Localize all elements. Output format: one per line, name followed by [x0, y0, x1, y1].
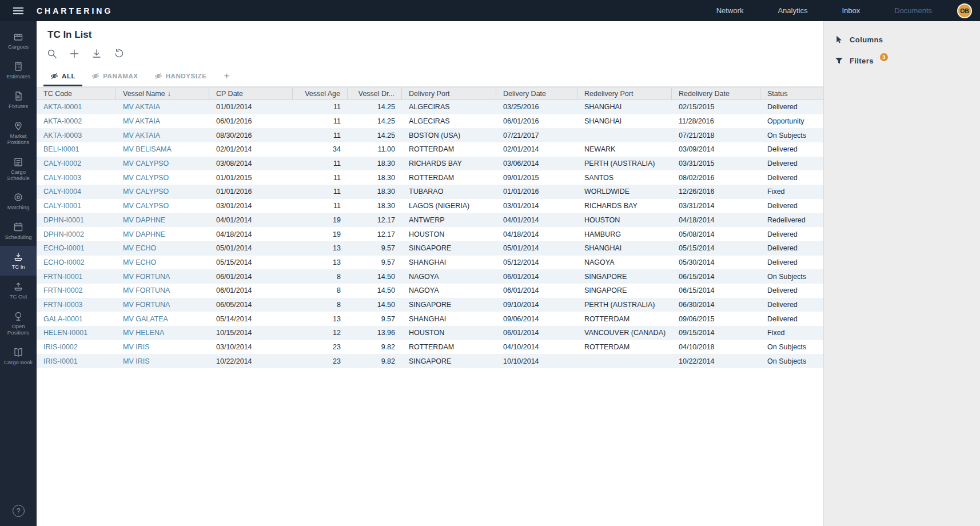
download-button[interactable]	[91, 47, 103, 60]
hamburger-menu-icon[interactable]	[0, 0, 37, 21]
cell-vessel-name[interactable]: MV IRIS	[116, 340, 209, 354]
cell-tc-code[interactable]: CALY-I0002	[37, 157, 116, 171]
cell-vessel-name[interactable]: MV IRIS	[116, 354, 209, 368]
cell-tc-code[interactable]: FRTN-I0002	[37, 284, 116, 298]
cell-tc-code[interactable]: HELEN-I0001	[37, 326, 116, 340]
cell-tc-code[interactable]: IRIS-I0002	[37, 340, 116, 354]
sidebar-item-tc-in[interactable]: TC In	[0, 246, 37, 276]
column-header-tc-code[interactable]: TC Code	[37, 87, 116, 99]
cell-vessel-name[interactable]: MV CALYPSO	[116, 199, 209, 213]
add-tab-button[interactable]: +	[216, 68, 238, 86]
column-header-vessel-draft[interactable]: Vessel Dr...	[348, 87, 402, 99]
column-header-redelivery-date[interactable]: Redelivery Date	[672, 87, 760, 99]
cell-tc-code[interactable]: FRTN-I0001	[37, 269, 116, 284]
table-row[interactable]: AKTA-I0003MV AKTAIA08/30/20161114.25BOST…	[37, 128, 823, 142]
table-row[interactable]: IRIS-I0001MV IRIS10/22/2014239.82SINGAPO…	[37, 354, 823, 368]
sidebar-item-cargo-schedule[interactable]: Cargo Schedule	[0, 151, 37, 187]
sidebar-item-fixtures[interactable]: Fixtures	[0, 85, 37, 115]
cell-tc-code[interactable]: AKTA-I0002	[37, 114, 116, 129]
cell-vessel-name[interactable]: MV HELENA	[116, 326, 209, 340]
top-nav-inbox[interactable]: Inbox	[827, 1, 875, 20]
column-header-vessel-name[interactable]: Vessel Name↓	[116, 87, 209, 99]
table-row[interactable]: ECHO-I0001MV ECHO05/01/2014139.57SINGAPO…	[37, 241, 823, 256]
table-row[interactable]: CALY-I0001MV CALYPSO03/01/20141118.30LAG…	[37, 199, 823, 213]
table-row[interactable]: CALY-I0004MV CALYPSO01/01/20161118.30TUB…	[37, 185, 823, 199]
cell-tc-code[interactable]: CALY-I0003	[37, 170, 116, 185]
table-row[interactable]: DPHN-I0001MV DAPHNE04/01/20141912.17ANTW…	[37, 213, 823, 228]
cell-tc-code[interactable]: CALY-I0004	[37, 185, 116, 199]
sidebar-item-cargoes[interactable]: Cargoes	[0, 26, 37, 55]
table-row[interactable]: BELI-I0001MV BELISAMA02/01/20143411.00RO…	[37, 142, 823, 157]
table-row[interactable]: ECHO-I0002MV ECHO05/15/2014139.57SHANGHA…	[37, 256, 823, 270]
table-row[interactable]: HELEN-I0001MV HELENA10/15/20141213.96HOU…	[37, 326, 823, 340]
cell-tc-code[interactable]: ECHO-I0001	[37, 241, 116, 256]
tab-all[interactable]: ALL	[43, 69, 82, 86]
tab-bar: ALLPANAMAXHANDYSIZE+	[43, 68, 823, 87]
table-row[interactable]: FRTN-I0002MV FORTUNA06/01/2014814.50NAGO…	[37, 284, 823, 298]
top-nav-documents[interactable]: Documents	[879, 1, 947, 20]
cell-tc-code[interactable]: BELI-I0001	[37, 142, 116, 157]
sidebar-item-estimates[interactable]: Estimates	[0, 55, 37, 85]
cell-redelivery-port: HOUSTON	[577, 213, 672, 228]
cell-vessel-name[interactable]: MV ECHO	[116, 256, 209, 270]
column-header-redelivery-port[interactable]: Redelivery Port	[577, 87, 672, 99]
top-nav-analytics[interactable]: Analytics	[763, 1, 822, 20]
table-row[interactable]: GALA-I0001MV GALATEA05/14/2014139.57SHAN…	[37, 312, 823, 326]
filters-panel-button[interactable]: Filters 3	[824, 50, 980, 71]
cell-vessel-name[interactable]: MV AKTAIA	[116, 128, 209, 142]
reset-button[interactable]	[113, 47, 126, 60]
cell-redelivery-date: 02/15/2015	[672, 100, 760, 114]
table-row[interactable]: AKTA-I0002MV AKTAIA06/01/20161114.25ALGE…	[37, 114, 823, 129]
cell-vessel-name[interactable]: MV CALYPSO	[116, 170, 209, 185]
search-button[interactable]	[46, 47, 59, 60]
cell-vessel-name[interactable]: MV CALYPSO	[116, 157, 209, 171]
cell-vessel-name[interactable]: MV BELISAMA	[116, 142, 209, 157]
table-row[interactable]: CALY-I0003MV CALYPSO01/01/20151118.30ROT…	[37, 170, 823, 185]
cell-vessel-name[interactable]: MV AKTAIA	[116, 114, 209, 129]
column-header-cp-date[interactable]: CP Date	[209, 87, 293, 99]
cell-vessel-name[interactable]: MV AKTAIA	[116, 100, 209, 114]
cell-tc-code[interactable]: ECHO-I0002	[37, 256, 116, 270]
cell-vessel-name[interactable]: MV GALATEA	[116, 312, 209, 326]
table-row[interactable]: AKTA-I0001MV AKTAIA01/01/20141114.25ALGE…	[37, 100, 823, 114]
avatar[interactable]: OB	[957, 3, 972, 18]
column-header-delivery-date[interactable]: Delivery Date	[496, 87, 577, 99]
cell-vessel-name[interactable]: MV DAPHNE	[116, 227, 209, 241]
cell-vessel-name[interactable]: MV CALYPSO	[116, 185, 209, 199]
table-row[interactable]: IRIS-I0002MV IRIS03/10/2014239.82ROTTERD…	[37, 340, 823, 354]
sidebar-item-cargo-book[interactable]: Cargo Book	[0, 341, 37, 371]
cell-vessel-name[interactable]: MV ECHO	[116, 241, 209, 256]
sidebar-item-tc-out[interactable]: TC Out	[0, 276, 37, 305]
sidebar-item-market-positions[interactable]: Market Positions	[0, 115, 37, 151]
cell-tc-code[interactable]: GALA-I0001	[37, 312, 116, 326]
sidebar-item-scheduling[interactable]: Scheduling	[0, 216, 37, 246]
sidebar-item-matching[interactable]: Matching	[0, 186, 37, 216]
add-button[interactable]	[69, 47, 81, 60]
cell-tc-code[interactable]: IRIS-I0001	[37, 354, 116, 368]
tab-panamax[interactable]: PANAMAX	[85, 69, 145, 86]
column-header-status[interactable]: Status	[760, 87, 823, 99]
cell-vessel-name[interactable]: MV FORTUNA	[116, 284, 209, 298]
cell-vessel-name[interactable]: MV DAPHNE	[116, 213, 209, 228]
cell-tc-code[interactable]: AKTA-I0003	[37, 128, 116, 142]
cell-tc-code[interactable]: CALY-I0001	[37, 199, 116, 213]
cell-tc-code[interactable]: FRTN-I0003	[37, 298, 116, 312]
table-row[interactable]: DPHN-I0002MV DAPHNE04/18/20141912.17HOUS…	[37, 227, 823, 241]
cell-tc-code[interactable]: AKTA-I0001	[37, 100, 116, 114]
column-header-delivery-port[interactable]: Delivery Port	[402, 87, 496, 99]
cell-tc-code[interactable]: DPHN-I0002	[37, 227, 116, 241]
cell-vessel-name[interactable]: MV FORTUNA	[116, 269, 209, 284]
cell-delivery-date: 05/01/2014	[496, 241, 577, 256]
cell-vessel-name[interactable]: MV FORTUNA	[116, 298, 209, 312]
help-icon[interactable]: ?	[13, 505, 25, 517]
top-nav-network[interactable]: Network	[702, 1, 759, 20]
cell-status: Fixed	[760, 326, 823, 340]
column-header-vessel-age[interactable]: Vessel Age	[293, 87, 348, 99]
tab-handysize[interactable]: HANDYSIZE	[148, 69, 214, 86]
table-row[interactable]: CALY-I0002MV CALYPSO03/08/20141118.30RIC…	[37, 157, 823, 171]
sidebar-item-open-positions[interactable]: Open Positions	[0, 305, 37, 341]
columns-panel-button[interactable]: Columns	[824, 29, 980, 50]
table-row[interactable]: FRTN-I0003MV FORTUNA06/05/2014814.50SING…	[37, 298, 823, 312]
table-row[interactable]: FRTN-I0001MV FORTUNA06/01/2014814.50NAGO…	[37, 269, 823, 284]
cell-tc-code[interactable]: DPHN-I0001	[37, 213, 116, 228]
